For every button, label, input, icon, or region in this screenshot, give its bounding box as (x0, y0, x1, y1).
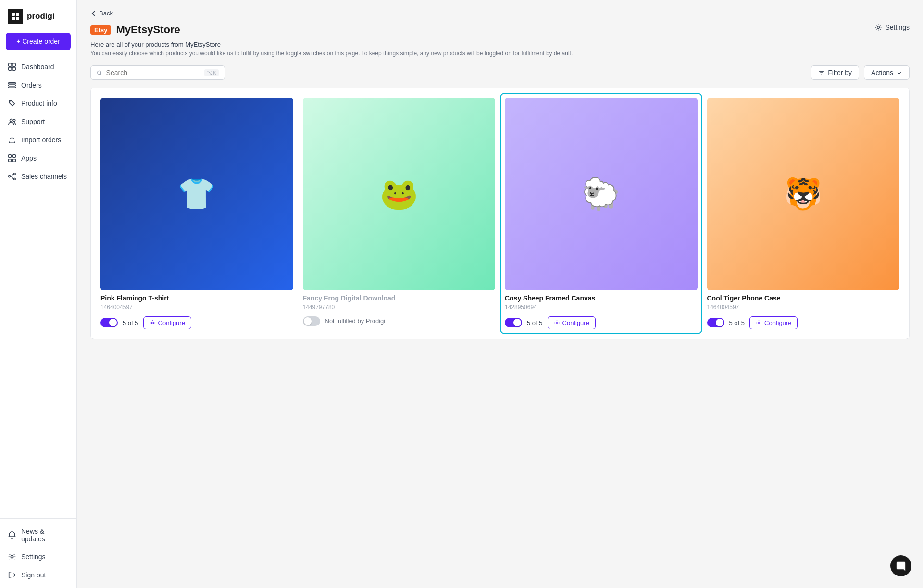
toolbar: ⌥K Filter by Actions (90, 65, 910, 80)
actions-button[interactable]: Actions (864, 65, 910, 80)
page-settings-link[interactable]: Settings (874, 24, 910, 31)
search-input[interactable] (106, 69, 200, 76)
svg-rect-9 (9, 85, 15, 86)
svg-point-13 (13, 119, 15, 122)
users-icon (8, 117, 16, 126)
search-icon (97, 69, 102, 76)
product-id: 1464004597 (707, 304, 900, 311)
product-toggle[interactable] (100, 318, 118, 327)
brand-logo: prodigi (0, 0, 76, 33)
settings-nav-icon (8, 552, 16, 561)
sidebar-item-apps[interactable]: Apps (0, 149, 76, 167)
product-toggle[interactable] (707, 318, 724, 327)
chat-button[interactable] (890, 555, 911, 576)
sidebar-item-sales-channels[interactable]: Sales channels (0, 167, 76, 186)
tag-icon (8, 99, 16, 108)
configure-icon (756, 320, 762, 326)
apps-icon (8, 154, 16, 163)
sidebar-item-sign-out[interactable]: Sign out (0, 566, 76, 584)
svg-point-21 (11, 555, 13, 558)
svg-rect-7 (12, 67, 15, 70)
settings-icon (874, 24, 882, 31)
product-id: 1449797780 (303, 304, 496, 311)
sidebar-item-import-orders[interactable]: Import orders (0, 131, 76, 149)
product-card-product-4: 🐯 Cool Tiger Phone Case 1464004597 5 of … (707, 98, 900, 329)
svg-rect-16 (9, 159, 11, 162)
sidebar-item-dashboard[interactable]: Dashboard (0, 58, 76, 76)
product-actions: Not fulfilled by Prodigi (303, 316, 496, 326)
page-description-2: You can easily choose which products you… (90, 50, 910, 57)
signout-icon (8, 571, 16, 579)
logo-icon (8, 9, 23, 24)
etsy-badge: Etsy (90, 25, 111, 35)
list-icon (8, 81, 16, 89)
page-header: Etsy MyEtsyStore Settings (90, 24, 910, 36)
product-name: Cosy Sheep Framed Canvas (505, 294, 698, 302)
product-actions: 5 of 5 Configure (707, 316, 900, 329)
svg-rect-3 (16, 17, 19, 20)
svg-rect-6 (9, 67, 12, 70)
configure-button[interactable]: Configure (548, 316, 596, 329)
filter-icon (818, 69, 825, 76)
sidebar-item-product-info[interactable]: Product info (0, 94, 76, 113)
svg-point-27 (151, 322, 153, 324)
product-card-product-2: 🐸 Fancy Frog Digital Download 1449797780… (303, 98, 496, 329)
product-image: 👕 (100, 98, 293, 290)
product-card-product-1: 👕 Pink Flamingo T-shirt 1464004597 5 of … (100, 98, 293, 329)
chevron-left-icon (90, 10, 97, 17)
sidebar-item-news-updates[interactable]: News & updates (0, 523, 76, 548)
filter-by-button[interactable]: Filter by (811, 65, 859, 80)
sidebar-item-orders[interactable]: Orders (0, 76, 76, 94)
svg-rect-8 (9, 83, 15, 84)
sidebar: prodigi + Create order Dashboard Orders … (0, 0, 77, 588)
configure-icon (554, 320, 560, 326)
svg-point-11 (10, 101, 11, 102)
sidebar-item-support[interactable]: Support (0, 113, 76, 131)
configure-button[interactable]: Configure (143, 316, 191, 329)
product-image: 🐯 (707, 98, 900, 290)
main-content: Back Etsy MyEtsyStore Settings Here are … (77, 0, 923, 588)
toggle-label: 5 of 5 (729, 319, 745, 326)
product-name: Fancy Frog Digital Download (303, 294, 496, 302)
product-id: 1464004597 (100, 304, 293, 311)
svg-rect-17 (13, 159, 15, 162)
configure-icon (150, 320, 156, 326)
store-name: MyEtsyStore (116, 24, 180, 36)
svg-rect-4 (9, 63, 12, 66)
product-toggle[interactable] (505, 318, 522, 327)
toggle-label: 5 of 5 (123, 319, 138, 326)
svg-rect-10 (9, 87, 15, 88)
configure-button[interactable]: Configure (749, 316, 798, 329)
svg-point-23 (98, 71, 101, 74)
product-image: 🐑 (505, 98, 698, 290)
svg-rect-5 (12, 63, 15, 66)
products-container: 👕 Pink Flamingo T-shirt 1464004597 5 of … (90, 88, 910, 339)
sidebar-item-settings[interactable]: Settings (0, 548, 76, 566)
product-actions: 5 of 5 Configure (100, 316, 293, 329)
products-grid: 👕 Pink Flamingo T-shirt 1464004597 5 of … (100, 98, 899, 329)
product-toggle[interactable] (303, 316, 320, 326)
svg-rect-0 (12, 13, 15, 16)
product-actions: 5 of 5 Configure (505, 316, 698, 329)
svg-rect-14 (9, 155, 11, 157)
grid-icon (8, 63, 16, 71)
product-card-product-3: 🐑 Cosy Sheep Framed Canvas 1428950694 5 … (501, 94, 701, 333)
svg-point-12 (10, 119, 12, 122)
svg-rect-15 (13, 155, 15, 157)
sidebar-bottom: News & updates Settings Sign out (0, 518, 76, 588)
product-name: Pink Flamingo T-shirt (100, 294, 293, 302)
svg-point-22 (877, 26, 880, 29)
search-box[interactable]: ⌥K (90, 65, 225, 80)
product-image: 🐸 (303, 98, 496, 290)
svg-rect-2 (12, 17, 15, 20)
back-link[interactable]: Back (90, 10, 910, 17)
product-id: 1428950694 (505, 304, 698, 311)
svg-point-28 (556, 322, 558, 324)
brand-name: prodigi (27, 12, 55, 21)
upload-icon (8, 136, 16, 144)
bell-icon (8, 531, 16, 539)
toolbar-right: Filter by Actions (811, 65, 910, 80)
create-order-button[interactable]: + Create order (6, 33, 71, 50)
toggle-label: 5 of 5 (527, 319, 543, 326)
svg-rect-1 (16, 13, 19, 16)
